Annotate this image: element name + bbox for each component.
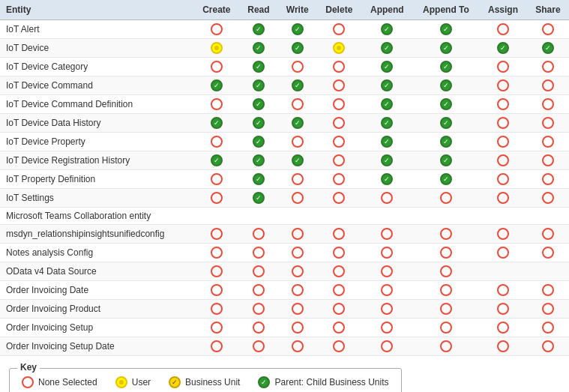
none-selected-icon	[381, 340, 393, 352]
parent-child-icon	[253, 61, 265, 73]
key-business: Business Unit	[169, 376, 240, 388]
entity-name: IoT Device Category	[0, 58, 194, 76]
permission-cell	[361, 281, 413, 300]
permission-cell	[239, 300, 278, 319]
parent-child-icon	[253, 154, 265, 166]
none-selected-icon	[253, 303, 265, 315]
parent-child-icon	[292, 79, 304, 91]
none-selected-icon	[292, 136, 304, 148]
permission-cell	[239, 114, 278, 133]
table-row: Order Invoicing Date	[0, 281, 569, 300]
permission-cell	[361, 244, 413, 262]
permission-cell	[317, 300, 361, 319]
permission-cell	[194, 95, 240, 114]
permission-cell	[239, 319, 278, 337]
table-row: IoT Property Definition	[0, 170, 569, 189]
permission-cell	[527, 114, 569, 133]
permission-cell	[479, 281, 527, 300]
permission-cell	[278, 319, 317, 337]
none-selected-icon	[440, 265, 452, 277]
permission-cell	[413, 262, 479, 281]
none-selected-icon	[381, 247, 393, 259]
permission-cell	[413, 39, 479, 58]
permission-cell	[413, 20, 479, 39]
none-selected-icon	[497, 322, 509, 334]
parent-child-icon	[381, 136, 393, 148]
none-selected-icon	[333, 265, 345, 277]
entity-name: IoT Device Registration History	[0, 151, 194, 170]
permission-cell	[527, 262, 569, 281]
permission-cell	[194, 189, 240, 208]
none-selected-icon	[381, 265, 393, 277]
permission-cell	[361, 39, 413, 58]
permission-cell	[317, 76, 361, 95]
col-read: Read	[239, 0, 278, 20]
permission-cell	[194, 300, 240, 319]
key-items: None Selected User Business Unit Parent:…	[22, 376, 389, 388]
none-selected-icon	[211, 284, 223, 296]
entity-name: Notes analysis Config	[0, 244, 194, 262]
permission-cell	[361, 133, 413, 151]
permission-cell	[278, 151, 317, 170]
permission-cell	[194, 114, 240, 133]
permission-cell	[278, 281, 317, 300]
permission-cell	[194, 244, 240, 262]
table-row: IoT Device	[0, 39, 569, 58]
none-selected-icon	[497, 284, 509, 296]
permission-cell	[317, 58, 361, 76]
none-selected-icon	[497, 23, 509, 35]
permission-cell	[527, 281, 569, 300]
permission-cell	[194, 170, 240, 189]
permission-cell	[239, 225, 278, 244]
permission-cell	[361, 76, 413, 95]
parent-child-icon	[542, 42, 554, 54]
parent-child-icon	[440, 23, 452, 35]
parent-child-icon	[440, 173, 452, 185]
permission-cell	[361, 58, 413, 76]
none-selected-icon	[497, 117, 509, 129]
entity-name: Microsoft Teams Collaboration entity	[0, 208, 194, 225]
permission-cell	[317, 208, 361, 225]
permission-cell	[194, 225, 240, 244]
col-delete: Delete	[317, 0, 361, 20]
table-row: OData v4 Data Source	[0, 262, 569, 281]
entity-name: IoT Device Property	[0, 133, 194, 151]
permission-cell	[194, 337, 240, 356]
table-row: IoT Device Category	[0, 58, 569, 76]
permission-cell	[413, 337, 479, 356]
col-write: Write	[278, 0, 317, 20]
permission-cell	[317, 281, 361, 300]
permission-cell	[239, 76, 278, 95]
none-selected-icon	[440, 322, 452, 334]
none-selected-icon	[497, 79, 509, 91]
none-selected-icon	[333, 98, 345, 110]
permission-cell	[479, 39, 527, 58]
none-selected-icon	[333, 228, 345, 240]
permission-cell	[239, 208, 278, 225]
none-selected-icon	[542, 117, 554, 129]
col-append: Append	[361, 0, 413, 20]
none-selected-icon	[381, 284, 393, 296]
parent-child-icon	[381, 173, 393, 185]
none-selected-icon	[542, 247, 554, 259]
permission-cell	[278, 337, 317, 356]
permission-cell	[194, 58, 240, 76]
none-selected-icon	[211, 23, 223, 35]
table-row: Notes analysis Config	[0, 244, 569, 262]
permission-cell	[278, 262, 317, 281]
none-selected-icon	[253, 284, 265, 296]
parent-child-icon	[440, 61, 452, 73]
parent-child-icon	[440, 154, 452, 166]
none-selected-icon	[211, 173, 223, 185]
col-assign: Assign	[479, 0, 527, 20]
parent-child-icon	[253, 79, 265, 91]
permission-cell	[239, 170, 278, 189]
permission-cell	[361, 225, 413, 244]
parent-child-icon	[440, 42, 452, 54]
permission-cell	[278, 58, 317, 76]
none-selected-icon	[542, 136, 554, 148]
none-selected-icon	[497, 173, 509, 185]
none-selected-icon	[211, 228, 223, 240]
permission-cell	[239, 39, 278, 58]
parent-child-icon	[211, 79, 223, 91]
